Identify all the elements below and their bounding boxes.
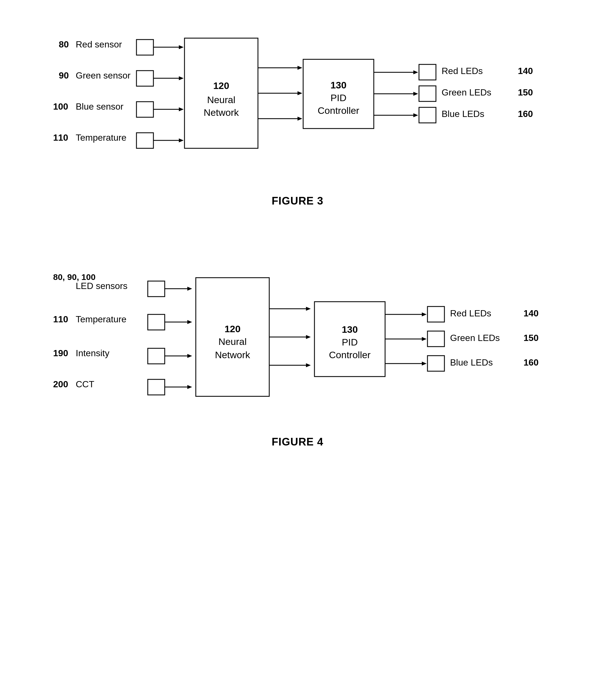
label-blue-leds-3: Blue LEDs [442, 109, 484, 119]
pid-red-arrowhead [413, 70, 418, 74]
neural-ref-4: 120 [225, 323, 241, 334]
pid4-red-arrowhead [422, 313, 427, 316]
ref-110: 110 [53, 133, 68, 143]
pid-label1-4: PID [342, 337, 358, 347]
out-ref-150-3: 150 [518, 87, 533, 97]
out-box-green-4 [427, 331, 445, 347]
label-cct: CCT [76, 379, 94, 389]
input-box-temp-4 [148, 314, 165, 330]
label-led-sensors: LED sensors [76, 281, 128, 291]
label-green-leds-4: Green LEDs [450, 333, 500, 343]
nn-pid-arrowhead2 [298, 91, 302, 95]
ref-80-90-100: 80, 90, 100 [53, 272, 95, 282]
label-blue-leds-4: Blue LEDs [450, 357, 493, 368]
figure3-container: 80 Red sensor 90 Green sensor 100 Blue s… [29, 23, 566, 207]
arrow-green-head [179, 76, 183, 80]
label-green-leds-3: Green LEDs [442, 87, 491, 97]
arrow-temp-head-4 [187, 320, 192, 324]
out-box-red-4 [427, 307, 445, 322]
input-box-green [137, 70, 153, 86]
input-box-red [137, 39, 153, 55]
ref-200: 200 [53, 379, 68, 389]
arrow-blue-head [179, 107, 183, 111]
pid-ref-4: 130 [342, 324, 358, 335]
pid-label2-4: Controller [329, 349, 370, 360]
nn4-pid-arrowhead3 [306, 363, 311, 367]
figure3-diagram: 80 Red sensor 90 Green sensor 100 Blue s… [43, 23, 552, 181]
arrow-temp-head [179, 139, 183, 142]
ref-90: 90 [59, 70, 69, 81]
arrow-led-head [187, 287, 192, 291]
label-green-sensor: Green sensor [76, 70, 131, 81]
pid-green-arrowhead [413, 92, 418, 96]
label-temp: Temperature [76, 133, 126, 143]
out-box-red-3 [419, 64, 436, 80]
input-box-cct [148, 379, 165, 395]
out-box-green-3 [419, 86, 436, 101]
ref-110-4: 110 [53, 314, 68, 324]
neural-label2-4: Network [215, 349, 251, 360]
label-intensity: Intensity [76, 348, 109, 358]
figure4-diagram: 80, 90, 100 LED sensors 110 Temperature … [43, 258, 552, 422]
figure4-container: 80, 90, 100 LED sensors 110 Temperature … [29, 258, 566, 448]
arrow-cct-head [187, 385, 192, 389]
figure4-caption: FIGURE 4 [29, 436, 566, 448]
pid4-green-arrowhead [422, 337, 427, 341]
input-box-blue [137, 102, 153, 117]
neural-label1-3: Neural [207, 94, 235, 105]
neural-ref-3: 120 [213, 80, 229, 91]
neural-label2-3: Network [204, 107, 239, 118]
out-ref-160-3: 160 [518, 109, 533, 119]
ref-190: 190 [53, 348, 68, 358]
input-box-temp [137, 133, 153, 148]
pid-ref-3: 130 [331, 80, 347, 90]
ref-100: 100 [53, 101, 68, 112]
nn4-pid-arrowhead1 [306, 307, 311, 311]
label-red-sensor: Red sensor [76, 39, 122, 50]
input-box-intensity [148, 348, 165, 364]
figure3-caption: FIGURE 3 [29, 195, 566, 207]
out-ref-150-4: 150 [523, 333, 538, 343]
nn-pid-arrowhead3 [298, 117, 302, 121]
pid-label1-3: PID [331, 92, 347, 103]
out-box-blue-4 [427, 356, 445, 371]
nn4-pid-arrowhead2 [306, 335, 311, 339]
pid-blue-arrowhead [413, 113, 418, 117]
label-red-leds-3: Red LEDs [442, 66, 483, 76]
out-box-blue-3 [419, 107, 436, 123]
out-ref-140-4: 140 [523, 308, 538, 318]
neural-label1-4: Neural [218, 336, 247, 347]
label-temp-4: Temperature [76, 314, 126, 324]
label-blue-sensor: Blue sensor [76, 101, 123, 112]
arrow-red-head [179, 45, 183, 49]
input-box-led [148, 281, 165, 297]
nn-pid-arrowhead1 [298, 66, 302, 70]
neural-block-3 [185, 38, 258, 148]
out-ref-140-3: 140 [518, 66, 533, 76]
arrow-intensity-head [187, 354, 192, 358]
pid4-blue-arrowhead [422, 361, 427, 366]
out-ref-160-4: 160 [523, 357, 538, 368]
pid-label2-3: Controller [317, 105, 359, 116]
label-red-leds-4: Red LEDs [450, 308, 491, 318]
ref-80: 80 [59, 39, 69, 50]
